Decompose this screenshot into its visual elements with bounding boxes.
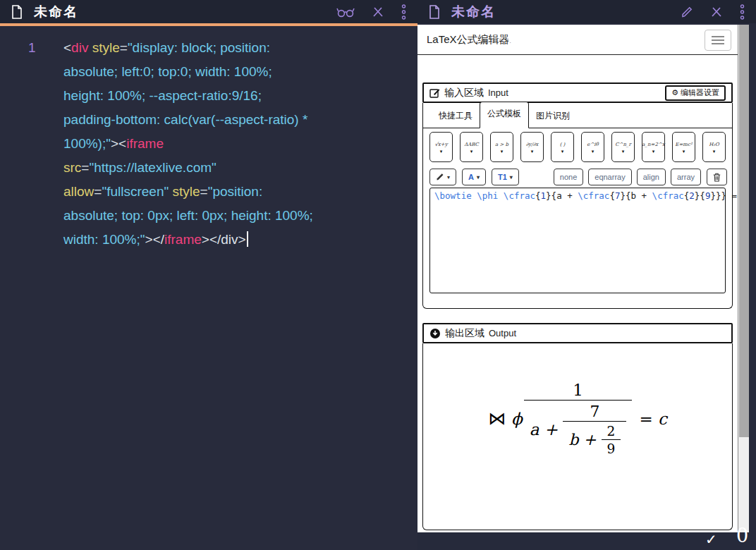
phi-symbol: ϕ (511, 410, 523, 428)
input-section-label-en: Input (488, 87, 508, 98)
close-icon[interactable] (372, 6, 384, 18)
code-line: src="https://latexlive.com" (63, 156, 402, 180)
formula-template-button[interactable]: ( )▾ (551, 132, 574, 162)
editor-settings-button[interactable]: ⚙ 编辑器设置 (665, 85, 726, 101)
font-size-button[interactable]: T1 ▾ (492, 169, 519, 185)
format-toolbar: ▾ A ▾ T1 ▾ noneeqnarrayalignarray (429, 169, 727, 185)
env-button-none[interactable]: none (554, 169, 583, 185)
rendered-formula: ⋈ϕ1a + 7b + 29= c (423, 380, 732, 460)
output-section-label-zh: 输出区域 (445, 327, 484, 340)
latex-editor-panel: LaTeX公式编辑器. 输入区域 Input ⚙ 编辑器设置 快捷工具 公式模板… (417, 25, 749, 532)
output-section-header: 输出区域 Output (422, 323, 733, 343)
edit-square-icon (429, 87, 440, 98)
font-style-button[interactable]: A ▾ (462, 169, 486, 185)
text-cursor (247, 231, 248, 247)
caret-down-icon: ▾ (447, 174, 450, 181)
gear-icon: ⚙ (671, 88, 678, 97)
formula-template-button[interactable]: a_n=2^x▾ (642, 132, 665, 162)
formula-template-button[interactable]: C^n_r▾ (611, 132, 635, 162)
code-line: allow="fullscreen" style="position: (63, 180, 402, 204)
confirm-check-icon[interactable]: ✓ (705, 531, 717, 548)
bowtie-symbol: ⋈ (488, 408, 506, 429)
output-circle-arrow-icon (429, 328, 441, 339)
formula-template-button[interactable]: √x+y▾ (429, 132, 453, 162)
outer-fraction: 1a + 7b + 29 (524, 380, 633, 460)
caret-down-icon: ▾ (510, 174, 513, 181)
tab-quick-tools[interactable]: 快捷工具 (432, 104, 480, 128)
formula-template-button[interactable]: e^iθ▾ (581, 132, 604, 162)
code-line: absolute; top: 0px; left: 0px; height: 1… (63, 204, 402, 228)
scrollbar-thumb[interactable] (739, 25, 749, 437)
input-section-header: 输入区域 Input ⚙ 编辑器设置 (422, 82, 733, 103)
code-line: <div style="display: block; position: (63, 36, 402, 60)
fraction-numerator: 1 (524, 380, 633, 400)
formula-template-button[interactable]: ∂y/∂x▾ (520, 132, 544, 162)
formula-template-button[interactable]: ΔABC▾ (460, 132, 483, 162)
input-tabs: 快捷工具 公式模板 图片识别 (423, 106, 732, 128)
caret-down-icon: ▾ (531, 149, 534, 153)
right-editor-header: 未命名 (417, 0, 756, 23)
code-line: absolute; left:0; top:0; width: 100%; (63, 60, 402, 84)
right-file-title: 未命名 (451, 3, 496, 21)
hamburger-menu-button[interactable] (705, 30, 731, 51)
fraction-denominator: a + 7b + 29 (524, 400, 633, 460)
caret-down-icon: ▾ (561, 149, 564, 153)
output-section-body: ⋈ϕ1a + 7b + 29= c (422, 343, 733, 530)
document-icon (11, 5, 23, 19)
env-button-array[interactable]: array (671, 169, 701, 185)
env-button-eqnarray[interactable]: eqnarray (588, 169, 631, 185)
left-editor-header: 未命名 (0, 0, 417, 23)
caret-down-icon: ▾ (470, 149, 473, 153)
code-editor-area[interactable]: 1 <div style="display: block; position:a… (0, 26, 417, 550)
code-line: height: 100%; --aspect-ratio:9/16; (63, 84, 402, 108)
caret-down-icon: ▾ (652, 149, 655, 153)
caret-down-icon: ▾ (501, 149, 504, 153)
code-line: 100%);"><iframe (63, 132, 402, 156)
left-file-title: 未命名 (34, 3, 78, 21)
edit-pencil-icon[interactable] (681, 6, 693, 18)
preview-glasses-icon[interactable] (336, 6, 355, 18)
latex-source-input[interactable]: \bowtie \phi \cfrac{1}{a + \cfrac{7}{b +… (429, 188, 726, 293)
caret-down-icon: ▾ (592, 149, 595, 153)
environment-button-group: noneeqnarrayalignarray (554, 169, 701, 185)
brush-icon (436, 173, 444, 181)
trash-icon (713, 173, 721, 182)
color-brush-button[interactable]: ▾ (429, 169, 456, 185)
output-section-label-en: Output (489, 328, 516, 338)
formula-template-button[interactable]: H₂O▾ (702, 132, 726, 162)
input-section-body: 快捷工具 公式模板 图片识别 √x+y▾ΔABC▾a > b▾∂y/∂x▾( )… (422, 103, 733, 309)
scrollbar-track[interactable] (738, 25, 749, 532)
formula-template-button[interactable]: a > b▾ (490, 132, 513, 162)
delete-button[interactable] (707, 169, 727, 185)
counter-badge: 0 (736, 525, 748, 546)
caret-down-icon: ▾ (440, 149, 443, 153)
variable-c: c (658, 410, 667, 428)
latex-editor-title: LaTeX公式编辑器. (427, 33, 511, 47)
equals-sign: = (639, 410, 652, 428)
caret-down-icon: ▾ (713, 149, 716, 153)
more-menu-icon[interactable] (740, 4, 745, 20)
caret-down-icon: ▾ (683, 149, 685, 153)
formula-template-button[interactable]: E=mc²▾ (672, 132, 695, 162)
template-button-row: √x+y▾ΔABC▾a > b▾∂y/∂x▾( )▾e^iθ▾C^n_r▾a_n… (429, 132, 726, 162)
env-button-align[interactable]: align (637, 169, 666, 185)
document-icon (429, 5, 440, 19)
more-menu-icon[interactable] (401, 4, 406, 20)
code-line: width: 100%;"></iframe></div> (63, 228, 402, 252)
input-section-label-zh: 输入区域 (444, 87, 484, 99)
code-text: <div style="display: block; position:abs… (63, 36, 402, 252)
caret-down-icon: ▾ (622, 149, 625, 153)
code-line: padding-bottom: calc(var(--aspect-ratio)… (63, 108, 402, 132)
tab-formula-templates[interactable]: 公式模板 (480, 102, 529, 128)
latex-editor-title-row: LaTeX公式编辑器. (417, 25, 738, 55)
tab-image-recognition[interactable]: 图片识别 (529, 104, 577, 128)
line-number: 1 (28, 36, 36, 60)
close-icon[interactable] (711, 6, 722, 18)
title-suffix: . (510, 38, 511, 44)
caret-down-icon: ▾ (477, 174, 480, 181)
